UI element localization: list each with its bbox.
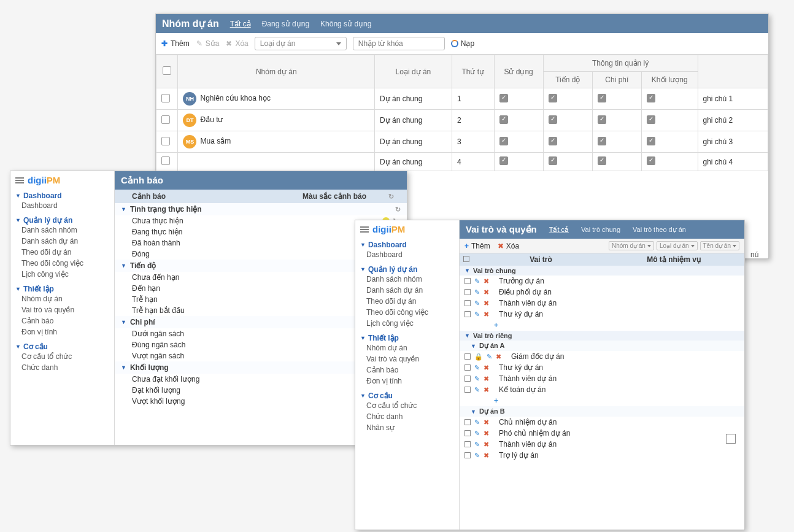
row-checkbox[interactable] — [464, 364, 471, 371]
nav-item[interactable]: Cảnh báo — [15, 315, 109, 326]
add-button[interactable]: ✚Thêm — [161, 39, 190, 48]
nav-item[interactable]: Nhóm dự án — [15, 293, 109, 304]
progress-checkbox[interactable] — [549, 156, 557, 165]
roles-tab-common[interactable]: Vai trò chung — [581, 226, 620, 233]
cost-checkbox[interactable] — [598, 94, 606, 102]
delete-icon[interactable]: ✖ — [484, 375, 489, 383]
nav-item[interactable]: Chức danh — [15, 362, 109, 373]
row-checkbox[interactable] — [464, 419, 471, 425]
row-checkbox[interactable] — [464, 311, 471, 317]
edit-icon[interactable]: ✎ — [474, 310, 480, 318]
nav-section-head[interactable]: ▼Quản lý dự án — [360, 265, 454, 274]
select-all-checkbox[interactable] — [163, 66, 171, 75]
volume-checkbox[interactable] — [647, 94, 655, 102]
edit-icon[interactable]: ✎ — [474, 441, 480, 449]
delete-icon[interactable]: ✖ — [484, 299, 489, 307]
delete-icon[interactable]: ✖ — [484, 441, 489, 449]
cost-checkbox[interactable] — [598, 156, 606, 165]
filter-select[interactable]: Loại dự án — [657, 241, 698, 250]
empty-checkbox[interactable] — [726, 434, 736, 444]
role-group[interactable]: ▼Vai trò chung — [460, 266, 744, 276]
use-checkbox[interactable] — [499, 137, 508, 145]
delete-icon[interactable]: ✖ — [496, 353, 501, 361]
nav-item[interactable]: Danh sách dự án — [15, 236, 109, 247]
add-role-button[interactable]: + — [460, 395, 744, 406]
nav-item[interactable]: Theo dõi công việc — [360, 307, 454, 318]
nav-section-head[interactable]: ▼Dashboard — [15, 191, 109, 200]
tab-not-used[interactable]: Không sử dụng — [320, 20, 371, 28]
row-checkbox[interactable] — [161, 115, 170, 124]
role-group[interactable]: ▼Dự án A — [460, 341, 744, 351]
nav-item[interactable]: Cơ cầu tổ chức — [360, 400, 454, 411]
roles-add-button[interactable]: + Thêm — [464, 242, 490, 250]
progress-checkbox[interactable] — [549, 137, 557, 145]
row-checkbox[interactable] — [464, 387, 471, 393]
nav-item[interactable]: Lịch công việc — [15, 269, 109, 280]
row-checkbox[interactable] — [464, 353, 471, 360]
cost-checkbox[interactable] — [598, 115, 606, 124]
edit-icon[interactable]: ✎ — [474, 430, 480, 438]
edit-icon[interactable]: ✎ — [474, 288, 480, 296]
nav-item[interactable]: Cơ cầu tổ chức — [15, 351, 109, 362]
row-checkbox[interactable] — [464, 430, 471, 436]
delete-icon[interactable]: ✖ — [484, 452, 489, 460]
volume-checkbox[interactable] — [647, 115, 655, 124]
row-checkbox[interactable] — [464, 441, 471, 447]
edit-icon[interactable]: ✎ — [474, 418, 480, 426]
reload-icon[interactable] — [388, 192, 401, 201]
edit-icon[interactable]: ✎ — [487, 353, 492, 361]
roles-tab-all[interactable]: Tất cả — [549, 226, 569, 234]
nav-item[interactable]: Dashboard — [15, 200, 109, 211]
nav-item[interactable]: Theo dõi dự án — [15, 247, 109, 258]
nav-item[interactable]: Danh sách dự án — [360, 285, 454, 296]
use-checkbox[interactable] — [499, 156, 508, 165]
filter-select[interactable]: Nhóm dự án — [609, 241, 654, 250]
volume-checkbox[interactable] — [647, 156, 655, 165]
nav-item[interactable]: Theo dõi dự án — [360, 296, 454, 307]
reload-button[interactable]: Nạp — [451, 39, 474, 48]
nav-item[interactable]: Cảnh báo — [360, 364, 454, 376]
cost-checkbox[interactable] — [598, 137, 606, 145]
progress-checkbox[interactable] — [549, 94, 557, 102]
row-checkbox[interactable] — [464, 289, 471, 295]
add-role-button[interactable]: + — [460, 320, 744, 331]
roles-tab-by-project[interactable]: Vai trò theo dự án — [633, 226, 686, 234]
nav-item[interactable]: Vai trò và quyền — [360, 353, 454, 364]
tab-in-use[interactable]: Đang sử dụng — [262, 20, 309, 28]
use-checkbox[interactable] — [499, 115, 508, 124]
row-checkbox[interactable] — [464, 278, 471, 284]
delete-icon[interactable]: ✖ — [484, 277, 489, 285]
edit-icon[interactable]: ✎ — [474, 375, 480, 383]
nav-section-head[interactable]: ▼Cơ cầu — [15, 342, 109, 351]
project-type-select[interactable]: Loại dự án — [255, 37, 347, 50]
row-checkbox[interactable] — [161, 137, 170, 145]
nav-item[interactable]: Nhân sự — [360, 422, 454, 433]
nav-section-head[interactable]: ▼Thiết lập — [15, 285, 109, 293]
edit-button[interactable]: ✎Sửa — [196, 39, 220, 48]
role-group[interactable]: ▼Vai trò riêng — [460, 331, 744, 341]
nav-item[interactable]: Đơn vị tính — [15, 326, 109, 337]
delete-icon[interactable]: ✖ — [484, 310, 489, 318]
nav-item[interactable]: Danh sách nhóm — [360, 274, 454, 285]
nav-item[interactable]: Đơn vị tính — [360, 376, 454, 387]
delete-icon[interactable]: ✖ — [484, 418, 489, 426]
edit-icon[interactable]: ✎ — [474, 386, 480, 394]
tab-all[interactable]: Tất cả — [230, 20, 251, 28]
use-checkbox[interactable] — [499, 94, 508, 102]
role-group[interactable]: ▼Dự án B — [460, 406, 744, 417]
row-checkbox[interactable] — [161, 156, 170, 165]
warning-group[interactable]: ▼Tình trạng thực hiện — [115, 203, 407, 215]
nav-section-head[interactable]: ▼Thiết lập — [360, 334, 454, 342]
edit-icon[interactable]: ✎ — [474, 277, 480, 285]
filter-select[interactable]: Tên dự án — [700, 241, 739, 250]
delete-button[interactable]: ✖Xóa — [225, 39, 248, 48]
search-input[interactable] — [353, 37, 445, 50]
delete-icon[interactable]: ✖ — [484, 386, 489, 394]
row-checkbox[interactable] — [161, 94, 170, 102]
reload-icon[interactable] — [395, 205, 401, 214]
nav-section-head[interactable]: ▼Dashboard — [360, 241, 454, 249]
edit-icon[interactable]: ✎ — [474, 452, 480, 460]
nav-section-head[interactable]: ▼Cơ cầu — [360, 391, 454, 400]
edit-icon[interactable]: ✎ — [474, 364, 480, 372]
nav-item[interactable]: Lịch công việc — [360, 318, 454, 329]
